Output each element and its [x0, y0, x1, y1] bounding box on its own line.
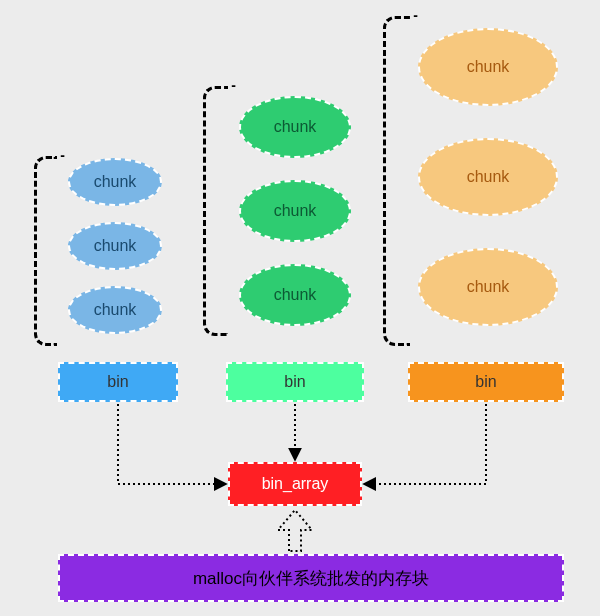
malloc-label: malloc向伙伴系统批发的内存块	[193, 567, 429, 590]
bin-green: bin	[226, 362, 364, 402]
chunk-label: chunk	[467, 278, 510, 296]
chunk-label: chunk	[274, 202, 317, 220]
chunk-label: chunk	[274, 286, 317, 304]
bin-label: bin	[475, 373, 496, 391]
bin-array-label: bin_array	[262, 475, 329, 493]
chunk-label: chunk	[467, 168, 510, 186]
bin-orange: bin	[408, 362, 564, 402]
brace-orange: -	[383, 16, 410, 346]
bin-array: bin_array	[228, 462, 362, 506]
chunk-green-1: chunk	[239, 180, 351, 242]
chunk-orange-1: chunk	[418, 138, 558, 216]
chunk-label: chunk	[274, 118, 317, 136]
chunk-green-0: chunk	[239, 96, 351, 158]
bin-label: bin	[107, 373, 128, 391]
chunk-label: chunk	[94, 173, 137, 191]
arrow-orange-to-array	[365, 404, 486, 484]
chunk-label: chunk	[467, 58, 510, 76]
brace-green: -	[203, 86, 228, 336]
chunk-green-2: chunk	[239, 264, 351, 326]
chunk-blue-1: chunk	[68, 222, 162, 270]
chunk-orange-2: chunk	[418, 248, 558, 326]
brace-blue: -	[34, 156, 57, 346]
arrow-malloc-to-array	[278, 510, 312, 551]
chunk-blue-0: chunk	[68, 158, 162, 206]
arrow-blue-to-array	[118, 404, 225, 484]
chunk-label: chunk	[94, 237, 137, 255]
chunk-label: chunk	[94, 301, 137, 319]
malloc-block: malloc向伙伴系统批发的内存块	[58, 554, 564, 602]
bin-label: bin	[284, 373, 305, 391]
bin-blue: bin	[58, 362, 178, 402]
chunk-blue-2: chunk	[68, 286, 162, 334]
chunk-orange-0: chunk	[418, 28, 558, 106]
